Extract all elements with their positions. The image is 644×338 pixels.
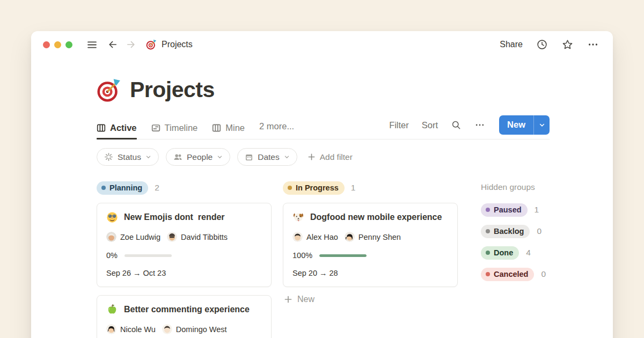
column-header: Planning 2 xyxy=(97,181,272,195)
status-spinner-icon xyxy=(104,152,113,161)
column-count: 1 xyxy=(351,183,356,193)
card-list: Dogfood new mobile experience Alex Hao xyxy=(283,203,458,287)
status-dot xyxy=(486,208,490,212)
card-title-text: Better commenting experience xyxy=(124,305,250,314)
chevron-down-icon xyxy=(145,152,151,162)
avatar xyxy=(167,232,177,242)
more-options-icon[interactable] xyxy=(587,39,599,50)
back-arrow-icon[interactable] xyxy=(107,39,118,50)
timeline-view-icon xyxy=(151,123,160,133)
desktop-background: Projects Share xyxy=(0,0,644,338)
column-header: In Progress 1 xyxy=(283,181,458,195)
card-people-row: Alex Hao Penny Shen xyxy=(292,232,448,242)
hidden-group-done: Done 4 xyxy=(481,246,546,260)
card-progress-row: 100% xyxy=(292,251,448,260)
column-planning: Planning 2 xyxy=(97,181,272,338)
favorite-star-icon[interactable] xyxy=(561,39,574,51)
filter-chips-row: Status People xyxy=(97,148,550,166)
kanban-board: Planning 2 xyxy=(97,181,550,338)
board-view-icon xyxy=(212,123,221,133)
card-dates: Sep 20 → 28 xyxy=(292,269,448,277)
status-dot xyxy=(486,229,490,233)
hidden-group-canceled: Canceled 0 xyxy=(481,267,546,281)
add-filter-button[interactable]: Add filter xyxy=(308,152,353,162)
progress-label: 100% xyxy=(292,251,312,260)
status-pill-planning[interactable]: Planning xyxy=(97,181,148,195)
card-list: New Emojis dont render Zoe Ludwig xyxy=(97,203,272,338)
card-better-commenting[interactable]: Better commenting experience Nicole Wu xyxy=(97,295,272,338)
search-icon[interactable] xyxy=(451,120,462,130)
new-card-button[interactable]: New xyxy=(283,295,458,304)
card-dogfood-mobile[interactable]: Dogfood new mobile experience Alex Hao xyxy=(283,203,458,287)
more-tabs-link[interactable]: 2 more... xyxy=(259,121,294,137)
new-button[interactable]: New xyxy=(499,115,533,135)
tab-active[interactable]: Active xyxy=(97,119,137,139)
people-icon xyxy=(173,152,182,161)
plus-icon xyxy=(308,153,316,161)
page-content: Projects Active T xyxy=(31,77,613,338)
group-count: 4 xyxy=(526,248,531,258)
status-dot xyxy=(486,251,490,255)
dog-face-emoji-icon xyxy=(292,211,304,223)
avatar xyxy=(106,232,116,242)
person: Zoe Ludwig xyxy=(106,232,160,242)
people-filter-chip[interactable]: People xyxy=(166,148,230,166)
board-view-icon xyxy=(97,123,106,133)
breadcrumb[interactable]: Projects xyxy=(146,39,193,50)
tab-timeline[interactable]: Timeline xyxy=(151,119,198,139)
breadcrumb-title: Projects xyxy=(162,40,193,49)
card-people-row: Nicole Wu Domingo West xyxy=(106,324,262,334)
card-new-emojis[interactable]: New Emojis dont render Zoe Ludwig xyxy=(97,203,272,287)
dates-filter-chip[interactable]: Dates xyxy=(237,148,297,166)
status-filter-chip[interactable]: Status xyxy=(97,148,159,166)
page-title[interactable]: Projects xyxy=(97,77,550,102)
card-title-row: Better commenting experience xyxy=(106,304,262,315)
status-dot xyxy=(288,186,292,190)
column-count: 2 xyxy=(155,183,159,193)
hidden-groups-title: Hidden groups xyxy=(481,182,546,192)
filter-button[interactable]: Filter xyxy=(389,120,409,130)
status-pill-paused[interactable]: Paused xyxy=(481,203,528,217)
group-count: 0 xyxy=(537,226,541,236)
window-topbar: Projects Share xyxy=(31,31,613,58)
card-title-text: New Emojis dont render xyxy=(124,212,225,222)
forward-arrow-icon[interactable] xyxy=(126,39,136,50)
status-pill-canceled[interactable]: Canceled xyxy=(481,268,534,281)
topbar-actions: Share xyxy=(500,39,599,51)
sidebar-menu-icon[interactable] xyxy=(86,39,98,50)
progress-label: 0% xyxy=(106,251,118,260)
avatar xyxy=(292,232,303,242)
card-title-text: Dogfood new mobile experience xyxy=(310,212,442,222)
status-dot xyxy=(101,186,106,190)
person: David Tibbitts xyxy=(167,232,228,242)
progress-bar xyxy=(125,254,172,257)
column-in-progress: In Progress 1 xyxy=(283,181,458,338)
status-pill-done[interactable]: Done xyxy=(481,246,519,260)
green-apple-emoji-icon xyxy=(106,304,118,315)
close-window-button[interactable] xyxy=(43,41,50,48)
person: Penny Shen xyxy=(345,232,401,242)
status-pill-backlog[interactable]: Backlog xyxy=(481,225,530,238)
card-title-row: Dogfood new mobile experience xyxy=(292,211,448,223)
minimize-window-button[interactable] xyxy=(54,41,61,48)
plus-icon xyxy=(284,295,292,304)
person: Nicole Wu xyxy=(106,324,156,334)
tab-mine[interactable]: Mine xyxy=(212,119,245,139)
chevron-down-icon xyxy=(217,152,223,162)
zoom-window-button[interactable] xyxy=(65,41,72,48)
status-dot xyxy=(486,272,490,276)
view-toolbar: Filter Sort New xyxy=(389,115,550,139)
avatar xyxy=(345,232,355,242)
sort-button[interactable]: Sort xyxy=(422,120,438,130)
share-button[interactable]: Share xyxy=(500,40,523,49)
hidden-groups-panel: Hidden groups Paused 1 xyxy=(481,181,546,338)
progress-fill xyxy=(319,254,367,257)
card-title-row: New Emojis dont render xyxy=(106,211,262,223)
status-pill-in-progress[interactable]: In Progress xyxy=(283,181,345,195)
updates-clock-icon[interactable] xyxy=(536,39,548,50)
view-options-icon[interactable] xyxy=(474,120,485,130)
progress-bar xyxy=(319,254,367,257)
hidden-group-backlog: Backlog 0 xyxy=(481,224,546,238)
new-button-dropdown[interactable] xyxy=(533,115,550,135)
card-people-row: Zoe Ludwig David Tibbitts xyxy=(106,232,262,242)
